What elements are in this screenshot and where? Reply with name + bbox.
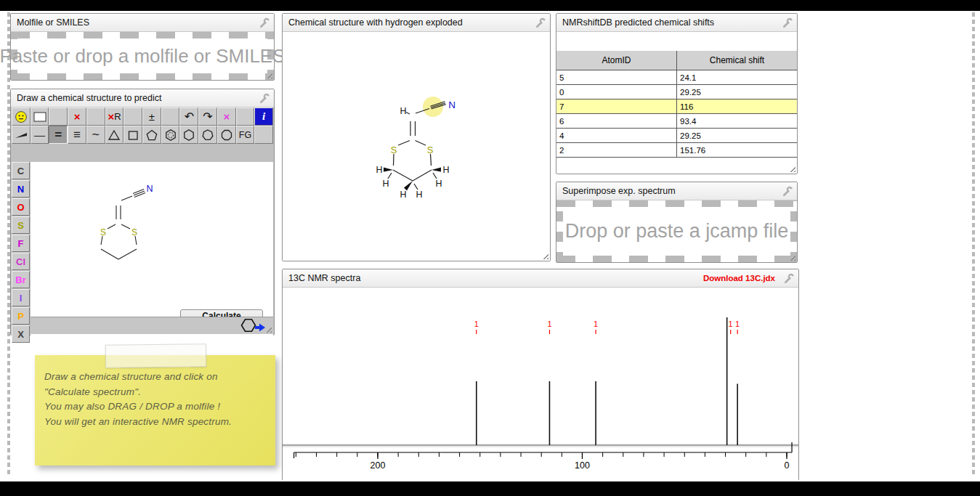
ring3-button[interactable] <box>105 126 124 144</box>
triple-bond-button[interactable]: ≡ <box>68 126 86 144</box>
note-line: You will get an interactive NMR spectrum… <box>44 415 262 430</box>
fg-label: FG <box>239 130 251 140</box>
element-button-n[interactable]: N <box>12 180 30 198</box>
element-button-s[interactable]: S <box>12 216 30 234</box>
editor-toolbar-row1: × ×R ± ↶ ↷ × i <box>12 107 273 126</box>
resize-grip[interactable] <box>788 165 795 172</box>
svg-text:1: 1 <box>474 320 479 328</box>
editor-canvas[interactable]: S S N Calculate spectrum <box>31 162 273 336</box>
jcamp-dropzone[interactable]: Drop or paste a jcamp file <box>556 200 797 262</box>
delete-marked-button[interactable]: × <box>217 107 236 126</box>
toolbar-spacer <box>161 107 180 126</box>
panel-shifts-title: NMRshiftDB predicted chemical shifts <box>562 17 714 28</box>
table-row[interactable]: 6 93.4 <box>556 114 797 129</box>
molfile-dropzone[interactable]: Paste or drop a molfile or SMILES <box>11 32 274 80</box>
rectangle-icon <box>33 112 46 122</box>
undo-icon: ↶ <box>185 110 194 123</box>
element-button-i[interactable]: I <box>12 289 30 306</box>
table-row[interactable]: 4 29.25 <box>556 129 797 143</box>
info-button[interactable]: i <box>254 107 273 126</box>
resize-grip[interactable] <box>788 253 795 261</box>
drag-out-hexagon-icon[interactable] <box>240 317 269 333</box>
element-button-f[interactable]: F <box>12 235 30 252</box>
editor-toolbar-row2: — = ≡ ~ <box>12 126 273 144</box>
benzene-ring-icon <box>164 129 177 142</box>
plus-minus-icon: ± <box>149 110 155 123</box>
svg-text:0: 0 <box>785 460 790 471</box>
panel-superimpose: Superimpose exp. spectrum Drop or paste … <box>556 182 798 263</box>
toolbar-spacer <box>123 107 142 126</box>
panel-spectrum-title: 13C NMR spectra <box>288 273 360 283</box>
smiley-icon <box>15 110 28 123</box>
svg-text:1: 1 <box>729 320 733 328</box>
element-button-p[interactable]: P <box>12 307 30 325</box>
shifts-table: AtomID Chemical shift 5 24.1 0 29.25 7 1… <box>556 51 797 158</box>
table-row[interactable]: 2 151.76 <box>556 143 797 158</box>
molfile-dropzone-placeholder: Paste or drop a molfile or SMILES <box>0 45 286 68</box>
undo-button[interactable]: ↶ <box>179 107 198 126</box>
panel-exploded-header: Chemical structure with hydrogen explode… <box>283 14 550 32</box>
delete-group-button[interactable]: ×R <box>105 107 124 126</box>
nmr-spectrum-plot[interactable]: 200100011111 <box>283 288 798 481</box>
smiley-mode-button[interactable] <box>12 107 31 126</box>
table-row[interactable]: 0 29.25 <box>556 85 797 99</box>
panel-predicted-shifts: NMRshiftDB predicted chemical shifts Ato… <box>556 13 798 174</box>
redo-button[interactable]: ↷ <box>198 107 217 126</box>
panel-exploded-title: Chemical structure with hydrogen explode… <box>288 17 463 28</box>
download-13c-link[interactable]: Download 13C.jdx <box>703 274 775 282</box>
settings-wrench-icon[interactable] <box>784 273 795 284</box>
functional-group-button[interactable]: FG <box>236 126 255 144</box>
select-rectangle-button[interactable] <box>31 107 49 126</box>
double-bond-button[interactable]: = <box>49 126 68 144</box>
element-button-cl[interactable]: Cl <box>12 253 30 270</box>
column-header-chemical-shift: Chemical shift <box>677 51 797 70</box>
sticky-note: Draw a chemical structure and click on "… <box>35 355 275 465</box>
ring4-button[interactable] <box>123 126 142 144</box>
page-dropzone-right-dashes <box>972 12 975 476</box>
panel-molfile: Molfile or SMILES Paste or drop a molfil… <box>10 13 275 81</box>
settings-wrench-icon[interactable] <box>782 186 793 197</box>
wedge-bond-button[interactable] <box>12 126 31 144</box>
shifts-table-header-row: AtomID Chemical shift <box>556 51 797 70</box>
svg-text:200: 200 <box>370 460 386 471</box>
top-black-bar <box>0 0 980 11</box>
settings-wrench-icon[interactable] <box>782 17 793 28</box>
svg-text:1: 1 <box>594 320 598 328</box>
panel-exploded-structure: Chemical structure with hydrogen explode… <box>282 13 551 261</box>
element-button-c[interactable]: C <box>12 162 30 179</box>
ring7-button[interactable] <box>198 126 217 144</box>
atom-id-cell: 6 <box>556 114 677 128</box>
charge-button[interactable]: ± <box>142 107 161 126</box>
element-button-x[interactable]: X <box>12 325 30 343</box>
settings-wrench-icon[interactable] <box>259 93 270 104</box>
sulfur-atom-label: S <box>427 145 434 155</box>
wedge-bond-icon <box>14 129 28 142</box>
panel-editor-header: Draw a chemical structure to predict <box>11 89 274 107</box>
atom-id-cell: 0 <box>556 85 677 99</box>
sulfur-atom-label: S <box>100 227 106 237</box>
benzene-button[interactable] <box>161 126 180 144</box>
ring5-button[interactable] <box>142 126 161 144</box>
delete-group-r-label: R <box>114 111 121 122</box>
heptagon-ring-icon <box>201 129 214 142</box>
ring6-button[interactable] <box>179 126 198 144</box>
settings-wrench-icon[interactable] <box>535 17 546 28</box>
single-bond-button[interactable]: — <box>31 126 49 144</box>
double-bond-icon: = <box>54 128 62 142</box>
ring8-button[interactable] <box>217 126 236 144</box>
panel-molfile-header: Molfile or SMILES <box>11 14 274 32</box>
table-row-highlighted[interactable]: 7 116 <box>556 99 797 114</box>
element-button-br[interactable]: Br <box>12 271 30 288</box>
spectrum-plot-area[interactable]: 200100011111 <box>283 288 798 481</box>
delete-button[interactable]: × <box>68 107 86 126</box>
table-row[interactable]: 5 24.1 <box>556 70 797 85</box>
exploded-molecule-drawing[interactable]: S S N H H H H H H H <box>283 32 550 261</box>
delete-x-icon: × <box>74 110 81 123</box>
magenta-x-icon: × <box>223 110 230 123</box>
wavy-bond-button[interactable]: ~ <box>86 126 105 144</box>
tape-decoration <box>105 343 206 367</box>
sticky-note-text: Draw a chemical structure and click on "… <box>44 370 262 429</box>
resize-grip[interactable] <box>265 71 272 78</box>
element-button-o[interactable]: O <box>12 198 30 216</box>
settings-wrench-icon[interactable] <box>259 17 270 28</box>
